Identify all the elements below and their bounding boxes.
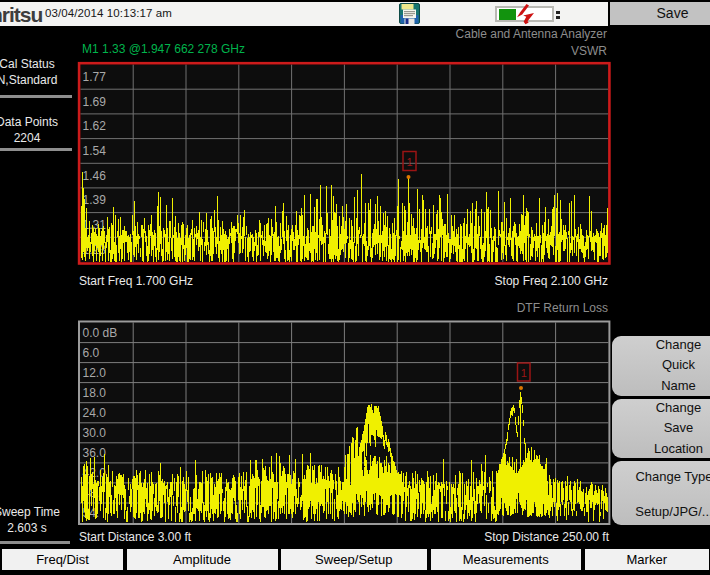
svg-text:1: 1 [521, 367, 527, 379]
svg-text:0.0 dB: 0.0 dB [83, 326, 118, 340]
svg-text:1.62: 1.62 [83, 119, 107, 133]
svg-text:1: 1 [406, 156, 412, 168]
svg-text:1.69: 1.69 [83, 95, 107, 109]
svg-text:6.0: 6.0 [83, 346, 100, 360]
svg-text:12.0: 12.0 [83, 366, 107, 380]
svg-text:1.54: 1.54 [83, 144, 107, 158]
svg-text:1.77: 1.77 [83, 70, 107, 84]
svg-text:30.0: 30.0 [83, 426, 107, 440]
svg-text:1.46: 1.46 [83, 169, 107, 183]
svg-text:24.0: 24.0 [83, 406, 107, 420]
svg-text:18.0: 18.0 [83, 386, 107, 400]
svg-text:1.39: 1.39 [83, 193, 107, 207]
